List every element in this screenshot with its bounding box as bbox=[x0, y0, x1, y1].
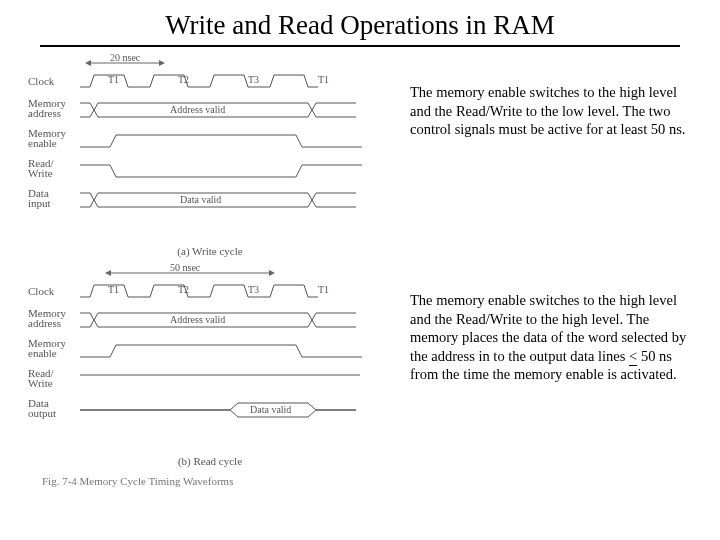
label-memen-2: enable bbox=[28, 137, 57, 149]
label-rw-2: Write bbox=[28, 167, 53, 179]
caption-write: (a) Write cycle bbox=[20, 243, 400, 263]
write-cycle-block: 20 nsec Clock T1 T2 T3 T1 Memory address bbox=[20, 53, 700, 263]
label-rw-b2: Write bbox=[28, 377, 53, 389]
read-cycle-block: 50 nsec Clock T1 T2 T3 T1 Memory address bbox=[20, 263, 700, 473]
rw-wave bbox=[80, 165, 362, 177]
clk-t1b-b: T1 bbox=[318, 284, 329, 295]
label-clock-b: Clock bbox=[28, 285, 55, 297]
label-data-2: input bbox=[28, 197, 51, 209]
write-diagram: 20 nsec Clock T1 T2 T3 T1 Memory address bbox=[20, 53, 400, 263]
clk-t2: T2 bbox=[178, 74, 189, 85]
write-description: The memory enable switches to the high l… bbox=[410, 53, 700, 139]
read-timing-svg: 50 nsec Clock T1 T2 T3 T1 Memory address bbox=[20, 263, 400, 453]
data-valid-label-a: Data valid bbox=[180, 194, 221, 205]
figure-caption: Fig. 7-4 Memory Cycle Timing Waveforms bbox=[20, 473, 700, 487]
clk-t1b: T1 bbox=[318, 74, 329, 85]
clk-t1: T1 bbox=[108, 74, 119, 85]
less-equal-symbol: < bbox=[629, 347, 637, 366]
timing-marker-b: 50 nsec bbox=[170, 263, 201, 273]
page-title: Write and Read Operations in RAM bbox=[0, 0, 720, 45]
timing-marker-a: 20 nsec bbox=[110, 53, 141, 63]
label-memen-b2: enable bbox=[28, 347, 57, 359]
label-memaddr-b2: address bbox=[28, 317, 61, 329]
memen-wave bbox=[80, 135, 362, 147]
title-underline bbox=[40, 45, 680, 47]
write-timing-svg: 20 nsec Clock T1 T2 T3 T1 Memory address bbox=[20, 53, 400, 243]
read-diagram: 50 nsec Clock T1 T2 T3 T1 Memory address bbox=[20, 263, 400, 473]
clk-t1-b: T1 bbox=[108, 284, 119, 295]
label-data-b2: output bbox=[28, 407, 56, 419]
caption-read: (b) Read cycle bbox=[20, 453, 400, 473]
read-description: The memory enable switches to the high l… bbox=[410, 263, 700, 384]
data-bus-wave-b bbox=[80, 403, 356, 417]
clk-t3-b: T3 bbox=[248, 284, 259, 295]
label-clock: Clock bbox=[28, 75, 55, 87]
addr-valid-label-b: Address valid bbox=[170, 314, 225, 325]
label-memaddr-2: address bbox=[28, 107, 61, 119]
memen-wave-b bbox=[80, 345, 362, 357]
content-area: 20 nsec Clock T1 T2 T3 T1 Memory address bbox=[0, 53, 720, 487]
clk-t3: T3 bbox=[248, 74, 259, 85]
clk-t2-b: T2 bbox=[178, 284, 189, 295]
addr-valid-label: Address valid bbox=[170, 104, 225, 115]
data-valid-label-b: Data valid bbox=[250, 404, 291, 415]
